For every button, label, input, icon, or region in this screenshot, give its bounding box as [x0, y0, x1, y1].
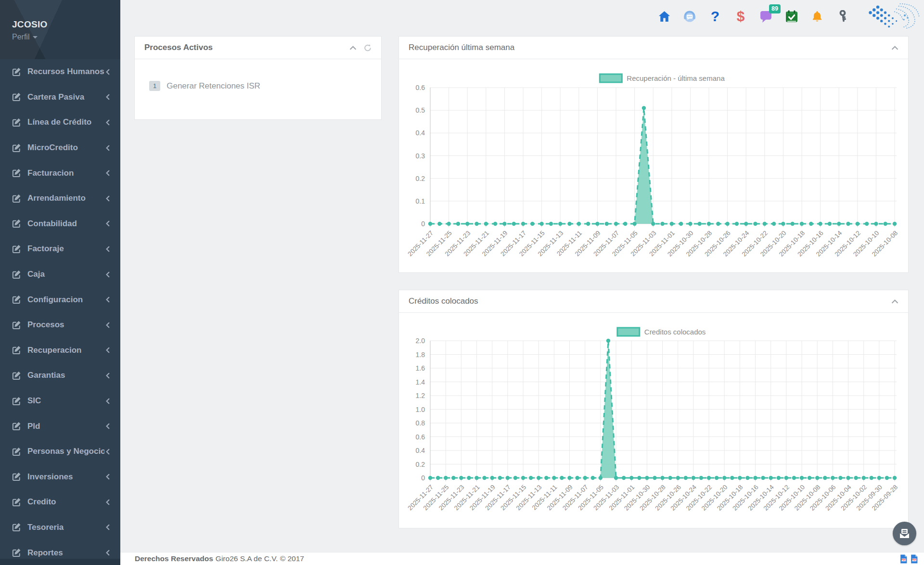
sidebar-username: JCOSIO [12, 19, 120, 30]
tasks-calendar-icon[interactable] [784, 9, 799, 24]
notifications-bell-icon[interactable] [809, 9, 825, 24]
edit-icon [12, 371, 21, 380]
sidebar-menu: Recursos HumanosCartera PasivaLínea de C… [0, 59, 120, 565]
support-headset-icon[interactable] [682, 9, 697, 24]
procesos-activos-panel: Procesos Activos 1Generar Retenciones IS… [134, 36, 382, 120]
creditos-area-chart[interactable]: 00.20.40.60.81.01.21.41.61.82.02025-11-2… [399, 313, 908, 528]
chevron-left-icon [104, 474, 111, 480]
copyright-rest: Giro26 S.A de C.V. © 2017 [216, 554, 304, 563]
sidebar-item-cartera-pasiva[interactable]: Cartera Pasiva [0, 85, 120, 110]
sidebar-item-microcredito[interactable]: MicroCredito [0, 135, 120, 161]
refresh-icon[interactable] [364, 44, 372, 51]
sidebar-item-label: Recursos Humanos [27, 67, 104, 77]
messages-count-badge: 89 [769, 4, 781, 13]
sidebar-item-label: Configuracion [27, 295, 104, 305]
chevron-left-icon [104, 145, 111, 151]
creditos-panel: Créditos colocados 00.20.40.60.81.01.21.… [398, 290, 909, 528]
collapse-chevron-icon[interactable] [891, 44, 898, 51]
sidebar-item-label: Facturacion [27, 168, 104, 178]
sidebar-item-label: Reportes [27, 548, 104, 558]
sidebar-item-label: Procesos [27, 320, 104, 330]
sidebar-item-label: Garantias [27, 371, 104, 380]
sidebar-item-factoraje[interactable]: Factoraje [0, 236, 120, 262]
recuperacion-panel-header: Recuperación última semana [399, 37, 908, 59]
svg-text:Recuperación - última semana: Recuperación - última semana [627, 74, 725, 82]
access-key-icon[interactable] [835, 9, 850, 24]
mail-floating-button[interactable] [893, 522, 916, 545]
svg-text:0.4: 0.4 [416, 129, 425, 137]
copyright-text: Derechos ReservadosGiro26 S.A de C.V. © … [135, 554, 304, 563]
edit-icon [12, 244, 21, 254]
pdf-file-icon[interactable]: PDF [899, 554, 908, 564]
sidebar-item-l-nea-de-cr-dito[interactable]: Línea de Crédito [0, 110, 120, 135]
svg-text:1.4: 1.4 [416, 378, 425, 386]
collapse-chevron-icon[interactable] [891, 297, 898, 305]
sidebar-item-garantias[interactable]: Garantias [0, 363, 120, 388]
payments-icon[interactable]: $ [733, 9, 748, 24]
sidebar-item-label: Pld [27, 422, 104, 431]
svg-text:PDF: PDF [912, 559, 917, 561]
pdf-file-icon[interactable]: PDF [910, 554, 918, 564]
caret-down-icon [33, 36, 38, 39]
chevron-left-icon [104, 119, 111, 126]
brand-logo[interactable] [863, 2, 920, 30]
chevron-left-icon [104, 372, 111, 379]
sidebar-item-inversiones[interactable]: Inversiones [0, 464, 120, 490]
svg-text:0.8: 0.8 [416, 419, 425, 427]
edit-icon [12, 346, 21, 355]
sidebar-item-label: SIC [27, 396, 104, 406]
edit-icon [12, 270, 21, 279]
sidebar-item-label: Cartera Pasiva [27, 92, 104, 102]
sidebar-item-personas-y-negocios[interactable]: Personas y Negocios [0, 439, 120, 464]
bell-svg [811, 10, 823, 23]
recuperacion-area-chart[interactable]: 00.10.20.30.40.50.62025-11-272025-11-252… [399, 59, 908, 272]
sidebar-item-credito[interactable]: Credito [0, 489, 120, 515]
question-mark-glyph: ? [711, 8, 719, 25]
sidebar-item-label: Caja [27, 270, 104, 279]
svg-text:1.2: 1.2 [416, 392, 425, 399]
sidebar-item-label: Línea de Crédito [27, 117, 104, 127]
procesos-panel-header: Procesos Activos [135, 37, 381, 59]
creditos-panel-title: Créditos colocados [409, 296, 478, 306]
edit-icon [12, 397, 21, 406]
support-headset-svg [682, 9, 697, 24]
sidebar-item-tesoreria[interactable]: Tesoreria [0, 515, 120, 540]
chevron-left-icon [104, 524, 111, 530]
recuperacion-panel-title: Recuperación última semana [409, 43, 514, 52]
sidebar-item-procesos[interactable]: Procesos [0, 312, 120, 338]
collapse-chevron-icon[interactable] [349, 44, 357, 51]
sidebar-item-configuracion[interactable]: Configuracion [0, 287, 120, 312]
svg-text:0: 0 [421, 474, 425, 482]
proceso-count-badge: 1 [149, 81, 160, 91]
edit-icon [12, 422, 21, 431]
sidebar-item-label: Tesoreria [27, 523, 104, 532]
chevron-left-icon [104, 94, 111, 100]
sidebar-item-recuperacion[interactable]: Recuperacion [0, 338, 120, 363]
chevron-left-icon [104, 449, 111, 455]
profile-dropdown[interactable]: Perfil [12, 33, 38, 41]
sidebar-item-arrendamiento[interactable]: Arrendamiento [0, 186, 120, 211]
envelope-icon [898, 527, 911, 540]
chevron-left-icon [104, 170, 111, 176]
help-icon[interactable]: ? [707, 9, 723, 24]
svg-text:0: 0 [421, 220, 425, 228]
sidebar-item-label: Arrendamiento [27, 193, 104, 203]
creditos-panel-header: Créditos colocados [399, 290, 908, 313]
sidebar-item-pld[interactable]: Pld [0, 413, 120, 439]
svg-text:0.6: 0.6 [416, 84, 425, 91]
proceso-item[interactable]: 1Generar Retenciones ISR [149, 81, 381, 91]
sidebar-item-contabilidad[interactable]: Contabilidad [0, 211, 120, 237]
topbar: ? $ 89 [656, 4, 920, 29]
dollar-glyph: $ [737, 8, 745, 25]
sidebar-item-sic[interactable]: SIC [0, 388, 120, 414]
chevron-left-icon [104, 347, 111, 353]
sidebar-item-label: Contabilidad [27, 219, 104, 229]
sidebar-item-facturacion[interactable]: Facturacion [0, 160, 120, 186]
sidebar-item-recursos-humanos[interactable]: Recursos Humanos [0, 59, 120, 85]
sidebar-item-caja[interactable]: Caja [0, 262, 120, 287]
sidebar-item-label: Recuperacion [27, 346, 104, 355]
sidebar-profile-header: JCOSIO Perfil [0, 0, 120, 59]
chevron-left-icon [104, 195, 111, 202]
home-icon[interactable] [656, 9, 672, 24]
messages-icon[interactable]: 89 [758, 9, 774, 24]
